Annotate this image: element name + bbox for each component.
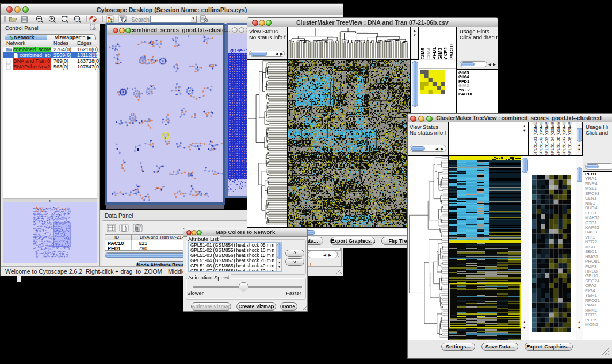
svg-text:1:1: 1:1 <box>75 18 79 21</box>
